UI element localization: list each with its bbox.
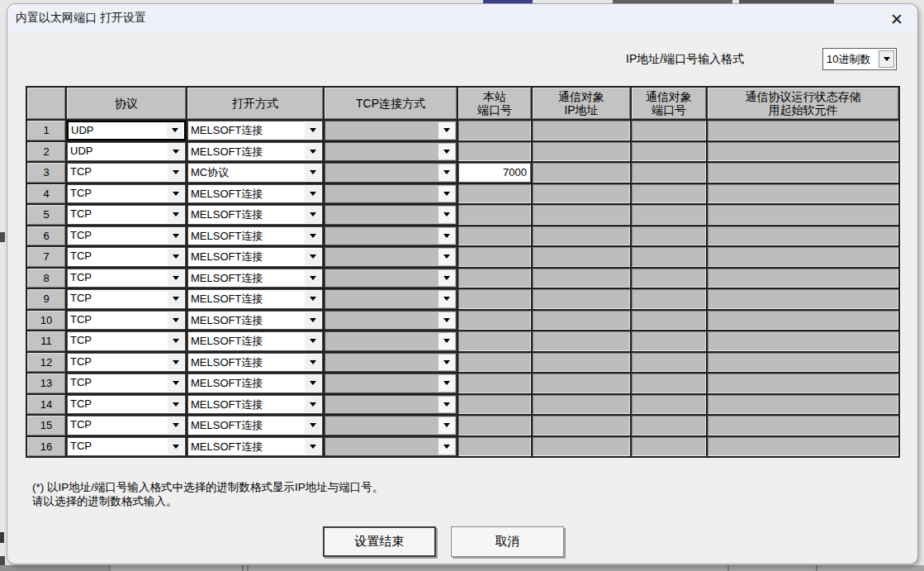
- tcp-mode-select[interactable]: [325, 205, 457, 225]
- open-method-select[interactable]: MELSOFT连接: [187, 184, 323, 204]
- tcp-mode-select[interactable]: [325, 331, 457, 351]
- open-method-select[interactable]: MELSOFT连接: [187, 437, 323, 457]
- open-method-select[interactable]: MELSOFT连接: [187, 331, 323, 351]
- remote-port-field: [632, 163, 706, 183]
- status-device-field: [708, 353, 898, 373]
- arrow-glyph: [173, 402, 179, 407]
- finish-settings-button[interactable]: 设置结束: [323, 526, 436, 557]
- dropdown-arrow-icon: [438, 270, 455, 287]
- protocol-select[interactable]: TCP: [67, 226, 186, 246]
- protocol-select[interactable]: TCP: [67, 205, 186, 225]
- open-method-select[interactable]: MELSOFT连接: [187, 226, 323, 246]
- input-format-select[interactable]: 10进制数: [822, 48, 897, 70]
- tcp-mode-select[interactable]: [325, 289, 457, 309]
- local-port-field: [458, 205, 531, 225]
- tcp-mode-select-value: [325, 290, 438, 308]
- tcp-mode-select[interactable]: [325, 269, 457, 288]
- tcp-mode-select[interactable]: [325, 226, 457, 246]
- tcp-mode-select-value: [325, 332, 438, 350]
- tcp-mode-select-value: [325, 185, 438, 203]
- open-method-select[interactable]: MELSOFT连接: [187, 269, 323, 288]
- tcp-mode-select-value: [325, 227, 438, 245]
- protocol-select[interactable]: UDP: [67, 142, 186, 162]
- open-method-select-value: MELSOFT连接: [188, 121, 304, 140]
- tcp-mode-select[interactable]: [325, 247, 457, 267]
- open-method-select-value: MELSOFT连接: [188, 374, 304, 393]
- tcp-mode-select[interactable]: [325, 437, 457, 457]
- arrow-glyph: [173, 170, 179, 174]
- tcp-mode-select-value: [325, 143, 438, 161]
- remote-port-field: [632, 184, 706, 204]
- protocol-select[interactable]: TCP: [67, 416, 186, 435]
- local-port-field: [458, 416, 531, 435]
- open-method-select-value: MELSOFT连接: [188, 269, 304, 288]
- tcp-mode-select[interactable]: [325, 121, 457, 140]
- local-port-field: [458, 395, 531, 415]
- tcp-mode-select[interactable]: [325, 142, 457, 162]
- tcp-mode-select[interactable]: [325, 163, 457, 183]
- status-device-field: [708, 269, 898, 288]
- dropdown-arrow-icon: [168, 375, 184, 392]
- tcp-mode-select[interactable]: [325, 184, 457, 204]
- background-window-fragment: [0, 232, 5, 242]
- open-method-select[interactable]: MELSOFT连接: [187, 416, 323, 435]
- open-method-select[interactable]: MELSOFT连接: [187, 374, 323, 393]
- protocol-select-value: TCP: [68, 290, 167, 308]
- open-method-select[interactable]: MELSOFT连接: [187, 311, 323, 331]
- arrow-glyph: [173, 297, 179, 301]
- tcp-mode-select-value: [325, 438, 438, 456]
- protocol-select-value: TCP: [68, 227, 167, 245]
- dropdown-arrow-icon: [438, 186, 455, 202]
- open-method-select[interactable]: MELSOFT连接: [187, 289, 323, 309]
- tcp-mode-select-value: [325, 269, 438, 288]
- dropdown-arrow-icon: [305, 312, 321, 329]
- open-method-select[interactable]: MC协议: [187, 163, 323, 183]
- remote-ip-field: [533, 437, 630, 457]
- row-number: 12: [27, 353, 65, 373]
- dropdown-arrow-icon: [438, 397, 455, 413]
- open-method-select[interactable]: MELSOFT连接: [187, 247, 323, 267]
- tcp-mode-select-value: [325, 312, 438, 330]
- arrow-glyph: [310, 170, 316, 174]
- protocol-select[interactable]: TCP: [67, 247, 186, 267]
- row-number: 2: [27, 142, 65, 162]
- open-method-select-value: MELSOFT连接: [188, 438, 304, 456]
- arrow-glyph: [310, 192, 316, 196]
- tcp-mode-select[interactable]: [325, 353, 457, 373]
- protocol-select[interactable]: TCP: [67, 184, 186, 204]
- protocol-select-value: TCP: [68, 312, 167, 330]
- local-port-input[interactable]: 7000: [458, 163, 531, 183]
- tcp-mode-select[interactable]: [325, 395, 457, 415]
- open-method-select[interactable]: MELSOFT连接: [187, 395, 323, 415]
- protocol-select[interactable]: TCP: [67, 311, 186, 331]
- arrow-glyph: [443, 128, 450, 132]
- protocol-select[interactable]: TCP: [67, 437, 186, 457]
- protocol-select[interactable]: TCP: [67, 374, 186, 393]
- protocol-select[interactable]: TCP: [67, 163, 186, 183]
- dropdown-arrow-icon: [305, 249, 321, 265]
- header-row-number: [27, 88, 65, 119]
- close-icon[interactable]: ✕: [886, 8, 907, 30]
- protocol-select[interactable]: TCP: [67, 289, 186, 309]
- protocol-select[interactable]: TCP: [67, 269, 186, 288]
- status-device-field: [708, 331, 898, 351]
- tcp-mode-select[interactable]: [325, 416, 457, 435]
- open-method-select-value: MELSOFT连接: [188, 332, 304, 350]
- protocol-select[interactable]: UDP: [67, 121, 186, 140]
- remote-port-field: [632, 121, 706, 140]
- open-method-select[interactable]: MELSOFT连接: [187, 121, 323, 140]
- open-method-select[interactable]: MELSOFT连接: [187, 353, 323, 373]
- arrow-glyph: [443, 276, 450, 280]
- arrow-glyph: [310, 276, 316, 280]
- tcp-mode-select-value: [325, 416, 438, 435]
- protocol-select[interactable]: TCP: [67, 331, 186, 351]
- open-method-select[interactable]: MELSOFT连接: [187, 142, 323, 162]
- header-protocol: 协议: [67, 88, 186, 119]
- cancel-button[interactable]: 取消: [451, 526, 564, 557]
- tcp-mode-select[interactable]: [325, 374, 457, 393]
- protocol-select-value: TCP: [68, 416, 167, 435]
- open-method-select[interactable]: MELSOFT连接: [187, 205, 323, 225]
- protocol-select[interactable]: TCP: [67, 353, 186, 373]
- protocol-select[interactable]: TCP: [67, 395, 186, 415]
- tcp-mode-select[interactable]: [325, 311, 457, 331]
